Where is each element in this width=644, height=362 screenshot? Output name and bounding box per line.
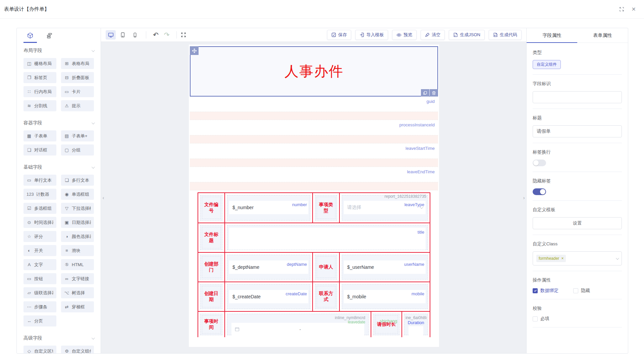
hidden-field-component[interactable]: processInstanceId [190,120,438,143]
textarea-input[interactable] [229,228,426,250]
hidden-field-band[interactable] [190,182,438,190]
palette-item[interactable]: ⌥ 树选择 [61,287,94,298]
counter-input[interactable] [409,326,423,336]
label-component[interactable]: 文件编号 [200,195,222,221]
text-input-component[interactable]: number $_number [227,195,310,221]
palette-item[interactable]: ❑ 对话框 [23,144,56,156]
tab-outline-tree[interactable] [44,28,55,43]
palette-item[interactable]: ∞ 文字链接 [61,273,94,284]
palette-item[interactable]: 123 计数器 [23,189,56,200]
field-id-input[interactable] [533,91,622,103]
data-binding-checkbox[interactable]: 数据绑定 [533,288,558,294]
text-input-component[interactable]: mobile $_mobile [342,284,428,309]
palette-section-header[interactable]: 高级字段 [23,335,94,341]
palette-item[interactable]: ↔ 分页 [23,315,56,326]
palette-item[interactable]: ⊟ 折叠面板 [61,72,94,83]
palette-item[interactable]: ⚠ 提示 [61,100,94,111]
textarea-component[interactable]: title [227,225,428,250]
tab-form-properties[interactable]: 表单属性 [577,28,628,43]
palette-item[interactable]: ❏ 多行文本 [61,175,94,186]
label-component[interactable]: shichang 请假时长 [373,314,399,335]
select-component[interactable]: leaveType 请选择 [342,195,428,221]
label-component[interactable]: 联系方式 [315,284,337,309]
palette-item[interactable]: ▭ 单行文本 [23,175,56,186]
hidden-field-body[interactable]: leaveStartTime [190,143,438,159]
hidden-field-component[interactable]: guid [190,97,438,120]
palette-item[interactable]: ▦ 子表单 [23,130,56,141]
date-range-picker[interactable]: - [231,323,364,336]
collapse-right-panel-handle[interactable]: › [522,195,526,200]
palette-item[interactable]: ▢ 分组 [61,144,94,156]
palette-item[interactable]: ≡ 滑块 [61,245,94,256]
palette-item[interactable]: ▽ 下拉选择框 [61,203,94,214]
preview-button[interactable]: 预览 [392,30,417,40]
hidden-field-body[interactable]: processInstanceId [190,120,438,135]
form-header-component-selected[interactable]: 人事办件 [190,46,438,97]
inline-layout-component[interactable]: inline_nym8mcrd leavedate - [227,314,369,335]
palette-item[interactable]: ◐ 开关 [23,245,56,256]
hidden-field-body[interactable]: leaveEndTime [190,167,438,182]
window-expand-icon[interactable] [619,7,624,12]
generate-code-button[interactable]: 生成代码 [489,30,522,40]
text-input-component[interactable]: createDate $_createDate [227,284,310,309]
mobile-view-button[interactable] [130,30,140,40]
collapse-left-panel-handle[interactable]: ‹ [101,195,105,200]
palette-item[interactable]: ▭ 按钮 [23,273,56,284]
label-component[interactable]: 事项时间 [200,314,222,335]
palette-item[interactable]: ⑤ HTML [61,259,94,270]
required-checkbox[interactable]: 必填 [533,316,622,322]
save-button[interactable]: 保存 [327,30,351,40]
hidden-field-component[interactable]: leaveEndTime [190,167,438,190]
hide-label-toggle[interactable] [533,188,546,195]
custom-class-select[interactable]: formheader × [533,251,622,265]
title-input[interactable] [533,125,622,137]
delete-component-button[interactable] [430,89,438,97]
redo-button[interactable]: ↷ [161,32,172,38]
generate-json-button[interactable]: {} 生成JSON [449,30,485,40]
label-component[interactable]: 创建部门 [200,255,222,280]
copy-component-button[interactable] [421,89,429,97]
palette-item[interactable]: A 文字 [23,259,56,270]
undo-button[interactable]: ↶ [150,32,161,38]
hidden-checkbox[interactable]: 隐藏 [573,288,590,294]
palette-item[interactable]: ⚙ 自定义组件 [61,346,94,353]
label-component[interactable]: 创建日期 [200,284,222,309]
desktop-view-button[interactable] [106,30,116,40]
clear-button[interactable]: 清空 [421,30,445,40]
palette-item[interactable]: ▣ 日期选择器 [61,217,94,228]
drag-handle[interactable] [190,46,199,55]
palette-item[interactable]: ⊞ 表格布局 [61,58,94,69]
label-component[interactable]: 文件标题 [200,225,222,250]
tab-components[interactable] [25,28,36,43]
palette-item[interactable]: ∷ 行内布局 [23,86,56,97]
label-component[interactable]: 事项类型 [315,195,337,221]
palette-section-header[interactable]: 布局字段 [23,48,94,54]
hidden-field-band[interactable] [190,135,438,143]
text-input-component[interactable]: deptName $_deptName [227,255,310,280]
palette-item[interactable]: ⇄ 穿梭框 [61,301,94,312]
label-wrap-toggle[interactable] [533,160,546,166]
hidden-field-band[interactable] [190,112,438,120]
import-template-button[interactable]: 导入模板 [355,30,388,40]
palette-item[interactable]: ◇ 自定义区域 [23,346,56,353]
palette-item[interactable]: ▭ 卡片 [61,86,94,97]
palette-scroll-area[interactable]: 布局字段 ◫ 栅格布局 ⊞ 表格布局 [17,43,101,353]
palette-item[interactable]: ▤ 子表单+ [61,130,94,141]
custom-template-settings-button[interactable]: 设置 [533,217,622,229]
palette-item[interactable]: ☆ 评分 [23,231,56,242]
close-icon[interactable]: ✕ [632,7,636,12]
hidden-field-body[interactable]: guid [190,97,438,112]
hidden-field-band[interactable] [190,159,438,167]
palette-section-header[interactable]: 基础字段 [23,164,94,170]
label-component[interactable]: 申请人 [315,255,337,280]
palette-item[interactable]: ⊙ 时间选择器 [23,217,56,228]
palette-item[interactable]: ⋯ 步骤条 [23,301,56,312]
design-canvas[interactable]: ‹ › 人事办件 [101,42,526,353]
palette-item[interactable]: ◑ 颜色选择器 [61,231,94,242]
counter-component[interactable]: ine_6ai0h8lr Duration [404,314,428,335]
palette-item[interactable]: ◫ 栅格布局 [23,58,56,69]
palette-item[interactable]: ☑ 多选框组 [23,203,56,214]
hidden-field-component[interactable]: leaveStartTime [190,143,438,167]
tablet-view-button[interactable] [118,30,128,40]
palette-item[interactable]: ❐ 标签页 [23,72,56,83]
